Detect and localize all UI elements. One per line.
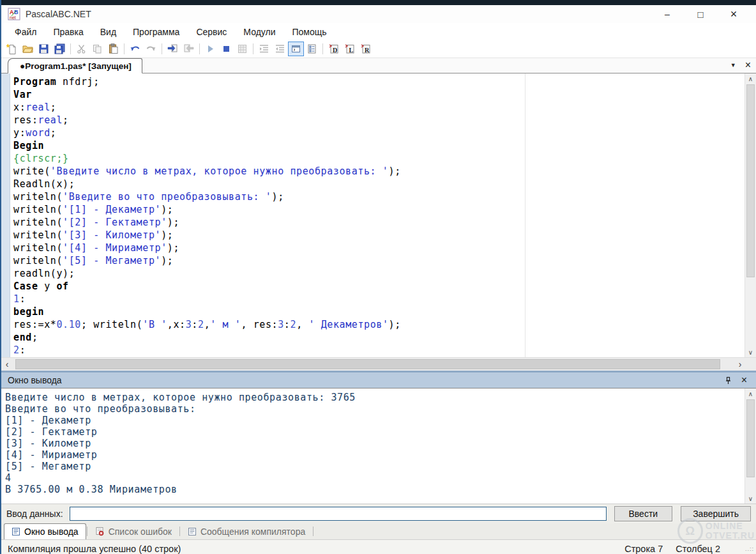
debug-button[interactable]	[234, 42, 250, 56]
menubar: Файл Правка Вид Программа Сервис Модули …	[1, 23, 756, 40]
console-vscrollbar[interactable]: ∧ ∨	[745, 389, 756, 504]
maximize-button[interactable]: □	[693, 8, 707, 20]
paste-button[interactable]	[105, 42, 121, 56]
outdent-button[interactable]	[272, 42, 288, 56]
menu-edit[interactable]: Правка	[45, 24, 91, 40]
output-window-icon	[11, 527, 20, 536]
resize-grip[interactable]: ..::	[745, 546, 754, 552]
svg-text:A: A	[10, 9, 14, 15]
output-panel-title: Окно вывода	[8, 375, 62, 385]
copy-button[interactable]	[89, 42, 105, 56]
editor-hscrollbar[interactable]: ‹ ›	[1, 357, 756, 371]
toolbar-separator	[199, 43, 200, 54]
console-panel: Введите число в метрах, которое нужно пр…	[1, 388, 756, 504]
tab-program1[interactable]: ●Program1.pas* [Запущен]	[8, 58, 142, 73]
scroll-down-icon[interactable]: ∨	[745, 347, 756, 357]
scroll-down-icon[interactable]: ∨	[745, 493, 756, 504]
menu-modules[interactable]: Модули	[235, 24, 284, 40]
cut-button[interactable]	[73, 42, 89, 56]
window-title: PascalABC.NET	[26, 9, 91, 19]
scroll-left-icon[interactable]: ‹	[1, 358, 13, 371]
bottom-tabstrip: Окно вывода Список ошибок Сообщения комп…	[1, 523, 756, 539]
show-console-window-button[interactable]	[288, 42, 304, 56]
input-label: Ввод данных:	[6, 509, 63, 519]
enter-button[interactable]: Ввести	[614, 506, 673, 521]
status-bar: Компиляция прошла успешно (40 строк) Стр…	[1, 539, 756, 554]
format-listing-button[interactable]	[304, 42, 320, 56]
pascalabc-logo-icon: A B net	[8, 8, 20, 20]
editor-vscroll-thumb[interactable]	[746, 84, 755, 277]
editor-tabstrip: ●Program1.pas* [Запущен] ▼ ×	[1, 58, 756, 73]
background-window-strip	[1, 0, 756, 5]
undo-button[interactable]	[127, 42, 143, 56]
scroll-right-icon[interactable]: ›	[734, 358, 746, 371]
code-editor[interactable]: Program nfdrj;Varx:real;res:real;y:word;…	[1, 73, 756, 357]
tab-close-icon[interactable]: ×	[745, 60, 751, 70]
open-file-button[interactable]	[20, 42, 36, 56]
menu-view[interactable]: Вид	[92, 24, 125, 40]
toolbar-separator	[162, 43, 162, 54]
output-close-icon[interactable]: ×	[741, 375, 747, 385]
insert-l-button[interactable]: L	[342, 42, 358, 56]
svg-text:L: L	[349, 47, 353, 54]
svg-text:D: D	[333, 47, 337, 54]
toolbar: D L R	[1, 40, 756, 58]
scroll-up-icon[interactable]: ∧	[745, 73, 756, 84]
editor-vscrollbar[interactable]: ∧ ∨	[745, 73, 756, 357]
toolbar-separator	[253, 43, 253, 54]
tab-compiler-messages[interactable]: Сообщения компилятора	[181, 523, 312, 539]
close-button[interactable]: ×	[727, 8, 741, 20]
minimize-button[interactable]: –	[660, 8, 674, 20]
tab-list-chevron-icon[interactable]: ▼	[730, 62, 736, 68]
console-vscroll-thumb[interactable]	[746, 399, 755, 477]
output-panel-header: Окно вывода ×	[1, 373, 756, 388]
input-bar: Ввод данных: Ввести Завершить	[1, 504, 756, 523]
toolbar-separator	[124, 43, 125, 54]
svg-text:R: R	[365, 47, 370, 54]
insert-r-button[interactable]: R	[358, 42, 374, 56]
pin-icon[interactable]	[724, 376, 732, 385]
redo-button[interactable]	[143, 42, 159, 56]
svg-text:net: net	[10, 15, 16, 20]
new-file-button[interactable]	[4, 42, 20, 56]
toolbar-separator	[322, 43, 323, 54]
menu-file[interactable]: Файл	[6, 24, 45, 40]
tab-output-window[interactable]: Окно вывода	[4, 523, 86, 539]
console-output: Введите число в метрах, которое нужно пр…	[5, 392, 745, 495]
compiler-messages-icon	[188, 527, 197, 536]
stop-button[interactable]	[218, 42, 234, 56]
scroll-up-icon[interactable]: ∧	[745, 389, 756, 399]
menu-program[interactable]: Программа	[125, 24, 188, 40]
indent-button[interactable]	[256, 42, 272, 56]
status-line: Строка 7	[624, 544, 663, 554]
insert-d-button[interactable]: D	[326, 42, 342, 56]
goto-next-button[interactable]	[181, 42, 197, 56]
editor-hscroll-thumb[interactable]	[15, 359, 720, 369]
save-all-button[interactable]	[52, 42, 68, 56]
status-message: Компиляция прошла успешно (40 строк)	[8, 544, 181, 554]
error-list-icon	[95, 527, 105, 536]
data-input[interactable]	[70, 507, 607, 521]
run-button[interactable]	[202, 42, 218, 56]
terminate-button[interactable]: Завершить	[681, 506, 751, 521]
status-column: Столбец 2	[676, 544, 720, 554]
tab-error-list[interactable]: Список ошибок	[88, 523, 179, 539]
code-area[interactable]: Program nfdrj;Varx:real;res:real;y:word;…	[13, 75, 745, 357]
goto-previous-button[interactable]	[165, 42, 181, 56]
pascalabc-window: A B net PascalABC.NET – □ × Файл Правка …	[0, 0, 756, 554]
menu-help[interactable]: Помощь	[284, 24, 335, 40]
save-button[interactable]	[36, 42, 52, 56]
menu-service[interactable]: Сервис	[188, 24, 235, 40]
titlebar: A B net PascalABC.NET – □ ×	[1, 5, 756, 23]
toolbar-separator	[70, 43, 71, 54]
editor-gutter	[1, 73, 10, 357]
